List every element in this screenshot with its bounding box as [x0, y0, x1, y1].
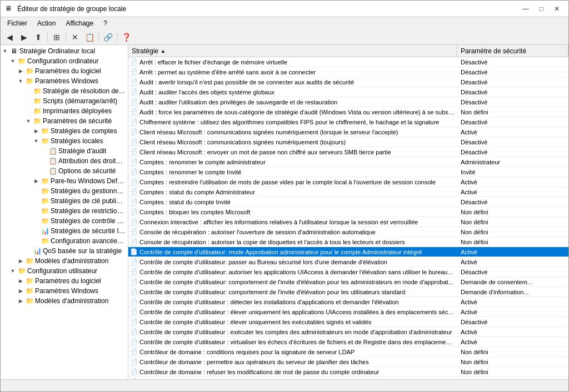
list-row[interactable]: 📄Connexion interactive : afficher les in…	[128, 217, 568, 227]
tree-item-modeles-admin2[interactable]: ▶📁Modèles d'administration	[1, 296, 128, 306]
tree-toggle-imprimantes[interactable]	[24, 107, 33, 115]
tree-toggle-strat-audit[interactable]	[39, 147, 48, 155]
toolbar-delete[interactable]: ✕	[68, 31, 82, 43]
tree-item-strategie-resolution[interactable]: 📁Stratégie de résolution de noms	[1, 86, 128, 96]
list-row[interactable]: 📄Comptes : statut du compte InvitéDésact…	[128, 197, 568, 207]
list-row[interactable]: 📄Contrôleur de domaine : conditions requ…	[128, 347, 568, 357]
tree-item-config-avancee[interactable]: 📁Configuration avancée de la str...	[1, 236, 128, 246]
tree-item-pare-feu[interactable]: ▶📁Pare-feu Windows Defender ave...	[1, 176, 128, 186]
tree-item-param-securite[interactable]: ▼📁Paramètres de sécurité	[1, 116, 128, 126]
col-header-param[interactable]: Paramètre de sécurité	[457, 45, 568, 57]
tree-toggle-param-logiciel2[interactable]: ▶	[16, 277, 25, 285]
toolbar-show-hide[interactable]: ⊞	[50, 31, 63, 43]
list-row[interactable]: 📄Chiffrement système : utilisez des algo…	[128, 117, 568, 127]
list-row[interactable]: 📄Contrôleur de domaine : permettre aux o…	[128, 357, 568, 367]
tree-item-scripts[interactable]: 📁Scripts (démarrage/arrêt)	[1, 96, 128, 106]
list-row[interactable]: 📄Audit : avertir lorsqu'il n'est pas pos…	[128, 77, 568, 87]
tree-item-config-util[interactable]: ▼📁Configuration utilisateur	[1, 266, 128, 276]
tree-item-strat-ip[interactable]: 📊Stratégies de sécurité IP sur Ord...	[1, 226, 128, 236]
list-row[interactable]: 📄Contrôle de compte d'utilisateur: mode …	[128, 247, 568, 257]
list-row[interactable]: 📄Client réseau Microsoft : communication…	[128, 137, 568, 147]
toolbar-properties[interactable]: 📋	[83, 31, 96, 43]
tree-toggle-modeles-admin[interactable]: ▶	[16, 257, 25, 265]
tree-item-restriction-logiciel[interactable]: 📁Stratégies de restriction logiciel...	[1, 206, 128, 216]
list-row[interactable]: 📄Contrôleur de domaine : refuser les mod…	[128, 367, 568, 377]
tree-toggle-restriction-logiciel[interactable]	[32, 207, 41, 215]
menu-fichier[interactable]: Fichier	[3, 18, 32, 28]
toolbar-forward[interactable]: ▶	[17, 31, 31, 43]
tree-toggle-options-sec[interactable]	[39, 167, 48, 175]
tree-toggle-pare-feu[interactable]: ▶	[32, 177, 41, 185]
minimize-button[interactable]: —	[518, 3, 533, 14]
tree-item-strat-locales[interactable]: ▼📁Stratégies locales	[1, 136, 128, 146]
tree-item-param-windows2[interactable]: ▶📁Paramètres Windows	[1, 286, 128, 296]
list-row[interactable]: 📄Arrêt : permet au système d'être arrêté…	[128, 67, 568, 77]
tree-toggle-param-securite[interactable]: ▼	[24, 117, 33, 125]
tree-item-qos[interactable]: 📊QoS basée sur la stratégie	[1, 246, 128, 256]
tree-item-gest-liste[interactable]: 📁Stratégies du gestionnaire de lis...	[1, 186, 128, 196]
tree-item-options-sec[interactable]: 📋Options de sécurité	[1, 166, 128, 176]
toolbar-export[interactable]: 🔗	[101, 31, 114, 43]
list-row[interactable]: 📄Contrôle de compte d'utilisateur: compo…	[128, 287, 568, 297]
toolbar-help[interactable]: ❓	[119, 31, 133, 43]
tree-item-strat-audit[interactable]: 📋Stratégie d'audit	[1, 146, 128, 156]
tree-toggle-attribution[interactable]	[39, 157, 48, 165]
list-row[interactable]: 📄Comptes : renommer le compte administra…	[128, 157, 568, 167]
list-row[interactable]: 📄Contrôle de compte d'utilisateur: compo…	[128, 277, 568, 287]
tree-toggle-modeles-admin2[interactable]: ▶	[16, 296, 25, 305]
tree-toggle-gest-liste[interactable]	[32, 187, 41, 195]
list-row[interactable]: 📄Contrôle de compte d'utilisateur : virt…	[128, 337, 568, 347]
list-row[interactable]: 📄Audit : auditer l'accès des objets syst…	[128, 87, 568, 97]
tree-item-imprimantes[interactable]: 📁Imprimantes déployées	[1, 106, 128, 116]
tree-toggle-param-windows2[interactable]: ▶	[16, 287, 25, 295]
tree-item-param-logiciel[interactable]: ▶📁Paramètres du logiciel	[1, 66, 128, 76]
tree-item-cle-publique[interactable]: 📁Stratégies de clé publique	[1, 196, 128, 206]
toolbar-up[interactable]: ⬆	[32, 31, 45, 43]
tree-toggle-strat-comptes[interactable]: ▶	[32, 127, 41, 135]
list-row[interactable]: 📄Client réseau Microsoft : communication…	[128, 127, 568, 137]
tree-toggle-strat-locales[interactable]: ▼	[32, 137, 41, 145]
tree-toggle-param-windows[interactable]: ▼	[16, 77, 25, 86]
tree-item-attribution[interactable]: 📋Attribution des droits utilisa...	[1, 156, 128, 166]
list-row[interactable]: 📄Comptes : restreindre l'utilisation de …	[128, 177, 568, 187]
list-row[interactable]: 📄Arrêt : effacer le fichier d'échange de…	[128, 57, 568, 67]
maximize-button[interactable]: □	[534, 3, 548, 14]
list-row[interactable]: 📄Contrôle de compte d'utilisateur : élev…	[128, 317, 568, 327]
tree-toggle-root[interactable]: ▼	[1, 47, 9, 56]
col-header-strategie[interactable]: Stratégie ▲	[128, 45, 457, 57]
tree-item-root[interactable]: ▼🖥Stratégie Ordinateur local	[1, 46, 128, 56]
tree-toggle-qos[interactable]	[24, 247, 33, 255]
tree-toggle-strategie-resolution[interactable]	[24, 87, 33, 96]
list-row[interactable]: 📄Audit : auditer l'utilisation des privi…	[128, 97, 568, 107]
list-row[interactable]: 📄Contrôle de compte d'utilisateur : élev…	[128, 307, 568, 317]
tree-item-config-ord[interactable]: ▼📁Configuration ordinateur	[1, 56, 128, 66]
list-row[interactable]: 📄Comptes : bloquer les comptes Microsoft…	[128, 207, 568, 217]
tree-toggle-strat-ip[interactable]	[32, 227, 41, 235]
list-row[interactable]: 📄Contrôle de compte d'utilisateur: autor…	[128, 267, 568, 277]
tree-item-param-windows[interactable]: ▼📁Paramètres Windows	[1, 76, 128, 86]
tree-item-strat-comptes[interactable]: ▶📁Stratégies de comptes	[1, 126, 128, 136]
tree-toggle-scripts[interactable]	[24, 97, 33, 105]
toolbar-back[interactable]: ◀	[3, 31, 16, 43]
tree-toggle-config-ord[interactable]: ▼	[8, 57, 17, 66]
list-row[interactable]: 📄Audit : force les paramètres de sous-ca…	[128, 107, 568, 117]
list-row[interactable]: 📄Comptes : renommer le compte InvitéInvi…	[128, 167, 568, 177]
list-row[interactable]: 📄Contrôle de compte d'utilisateur : déte…	[128, 297, 568, 307]
menu-action[interactable]: Action	[33, 18, 60, 28]
tree-toggle-cle-publique[interactable]	[32, 197, 41, 205]
list-row[interactable]: 📄Client réseau Microsoft : envoyer un mo…	[128, 147, 568, 157]
list-row[interactable]: 📄Contrôle de compte d'utilisateur : exéc…	[128, 327, 568, 337]
list-row[interactable]: 📄Comptes : statut du compte Administrate…	[128, 187, 568, 197]
tree-toggle-strat-appli[interactable]	[32, 217, 41, 225]
close-button[interactable]: ✕	[550, 3, 564, 14]
tree-toggle-param-logiciel[interactable]: ▶	[16, 67, 25, 76]
tree-item-strat-appli[interactable]: 📁Stratégies de contrôle de l'appli...	[1, 216, 128, 226]
menu-help[interactable]: ?	[99, 18, 112, 28]
tree-item-modeles-admin[interactable]: ▶📁Modèles d'administration	[1, 256, 128, 266]
list-row[interactable]: 📄Console de récupération : autoriser l'o…	[128, 227, 568, 237]
list-row[interactable]: 📄Console de récupération : autoriser la …	[128, 237, 568, 247]
tree-toggle-config-util[interactable]: ▼	[8, 267, 17, 275]
tree-toggle-config-avancee[interactable]	[32, 237, 41, 245]
list-row[interactable]: 📄Contrôle de compte d'utilisateur: passe…	[128, 257, 568, 267]
tree-item-param-logiciel2[interactable]: ▶📁Paramètres du logiciel	[1, 276, 128, 286]
